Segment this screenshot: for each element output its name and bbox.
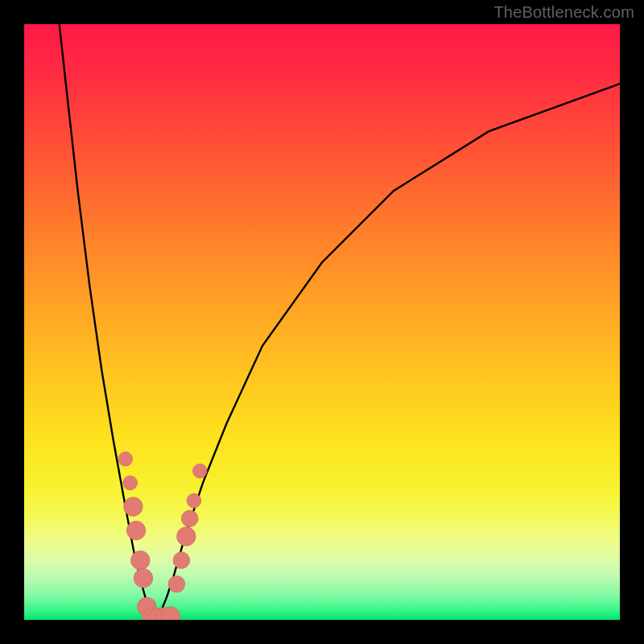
data-marker — [168, 576, 185, 592]
data-marker — [126, 521, 146, 540]
outer-frame: TheBottleneck.com — [0, 0, 644, 644]
plot-area — [24, 24, 620, 620]
data-marker — [177, 527, 196, 547]
data-marker — [187, 493, 201, 508]
data-marker — [123, 476, 138, 490]
watermark-text: TheBottleneck.com — [493, 3, 634, 22]
chart-svg — [24, 24, 620, 620]
data-marker — [131, 551, 151, 570]
data-marker — [134, 568, 153, 588]
data-markers — [118, 452, 207, 620]
data-marker — [124, 497, 143, 517]
data-marker — [118, 452, 133, 466]
data-marker — [173, 552, 190, 569]
data-marker — [181, 510, 198, 527]
data-marker — [192, 464, 207, 478]
